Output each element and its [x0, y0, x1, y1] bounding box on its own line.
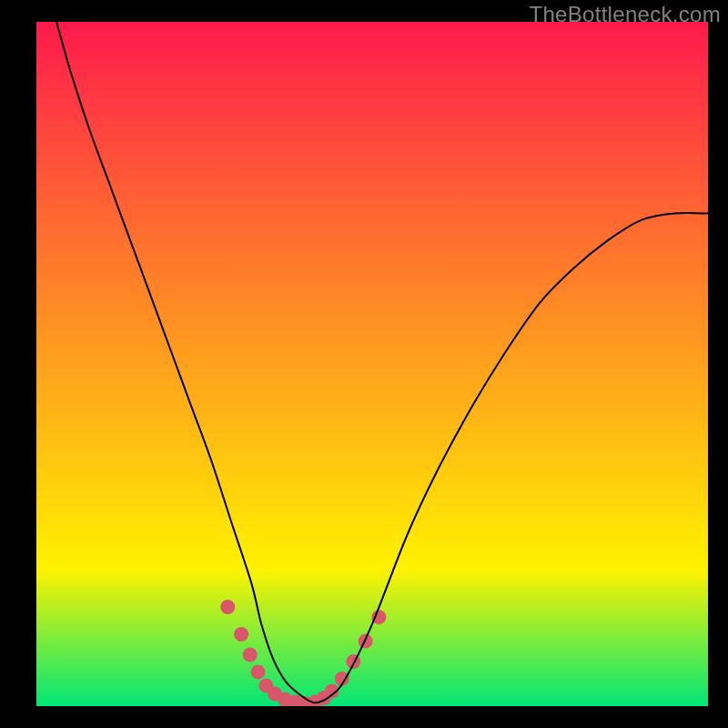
curve-markers	[220, 600, 386, 706]
curve-marker	[220, 600, 235, 614]
bottleneck-curve	[56, 22, 708, 703]
curve-marker	[243, 648, 258, 662]
curve-marker	[251, 664, 266, 679]
watermark-text: TheBottleneck.com	[529, 2, 721, 27]
curve-marker	[346, 654, 360, 669]
chart-overlay	[36, 22, 708, 706]
curve-marker	[234, 627, 248, 642]
chart-root: TheBottleneck.com	[0, 0, 728, 728]
